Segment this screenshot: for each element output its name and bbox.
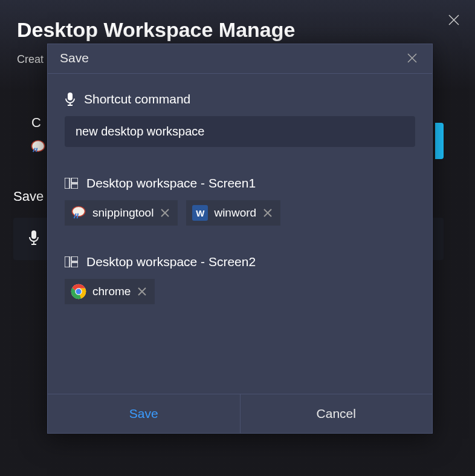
cancel-button[interactable]: Cancel — [241, 394, 433, 433]
subtitle: Creat — [17, 53, 44, 66]
close-icon — [407, 53, 417, 63]
svg-rect-1 — [31, 230, 36, 239]
main-close-button[interactable] — [445, 11, 463, 29]
svg-point-6 — [72, 206, 85, 216]
screen-header: Desktop workspace - Screen2 — [65, 255, 415, 269]
dialog-title: Save — [60, 51, 89, 65]
app-chip-snippingtool[interactable]: snippingtool — [65, 200, 178, 226]
microphone-icon — [28, 230, 40, 248]
dialog-body: Shortcut command Desktop workspace - Scr… — [48, 74, 432, 394]
chrome-icon — [71, 284, 86, 299]
close-icon — [138, 287, 146, 296]
bg-app-icon — [30, 139, 47, 156]
svg-point-12 — [76, 289, 82, 295]
remove-app-button[interactable] — [137, 286, 147, 297]
app-name: chrome — [92, 285, 131, 298]
screen-label: Desktop workspace - Screen2 — [86, 255, 256, 269]
screen-header: Desktop workspace - Screen1 — [65, 176, 415, 191]
snippingtool-icon — [71, 205, 86, 221]
microphone-icon — [65, 92, 76, 106]
close-icon — [263, 209, 272, 217]
svg-rect-8 — [71, 256, 78, 261]
bg-section-c: C — [31, 115, 41, 131]
word-icon: W — [192, 205, 208, 221]
shortcut-label: Shortcut command — [84, 92, 190, 106]
svg-rect-9 — [71, 262, 78, 267]
bg-accent-button[interactable] — [435, 123, 444, 159]
screen-section: Desktop workspace - Screen2 — [65, 255, 415, 304]
workspace-icon — [65, 256, 78, 267]
dialog-header: Save — [48, 44, 432, 74]
app-name: snippingtool — [92, 206, 153, 220]
svg-rect-7 — [65, 256, 69, 267]
svg-rect-2 — [68, 93, 73, 100]
bg-section-save: Save — [13, 189, 44, 204]
shortcut-header: Shortcut command — [65, 92, 415, 106]
remove-app-button[interactable] — [262, 207, 273, 218]
svg-rect-3 — [65, 178, 69, 189]
svg-rect-4 — [71, 178, 78, 183]
dialog-close-button[interactable] — [404, 50, 420, 66]
app-chips-row: snippingtool W winword — [65, 200, 415, 226]
app-name: winword — [214, 206, 256, 220]
shortcut-command-input[interactable] — [65, 116, 415, 147]
save-button[interactable]: Save — [48, 394, 241, 433]
app-chip-chrome[interactable]: chrome — [65, 279, 155, 304]
page-title: Desktop Workspace Manage — [17, 18, 295, 42]
close-icon — [161, 209, 169, 217]
screen-section: Desktop workspace - Screen1 snippingtool — [65, 176, 415, 226]
svg-rect-5 — [71, 184, 78, 189]
close-icon — [448, 15, 459, 25]
workspace-icon — [65, 178, 78, 189]
save-dialog: Save Shortcut command Desktop workspace … — [47, 44, 433, 434]
dialog-footer: Save Cancel — [48, 394, 432, 433]
app-chip-winword[interactable]: W winword — [186, 200, 280, 226]
remove-app-button[interactable] — [160, 207, 170, 218]
app-chips-row: chrome — [65, 279, 415, 304]
screen-label: Desktop workspace - Screen1 — [86, 176, 256, 191]
